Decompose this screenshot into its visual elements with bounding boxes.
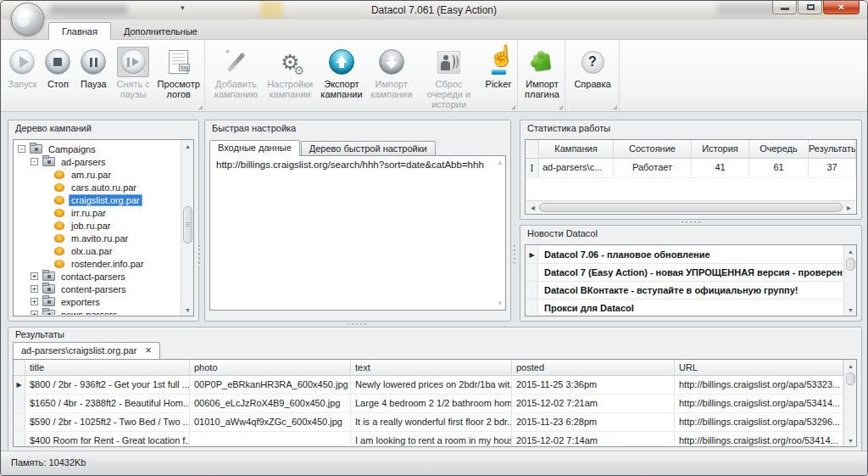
- scroll-up-icon[interactable]: [844, 360, 857, 372]
- horizontal-splitter[interactable]: [674, 220, 708, 225]
- tree-expander[interactable]: +: [31, 311, 38, 315]
- toolbar-button-resume[interactable]: Снять с паузы: [112, 44, 155, 110]
- tree-item-parser-selected[interactable]: craigslist.org.par: [14, 193, 180, 206]
- quick-access-dropdown-icon[interactable]: [181, 3, 185, 12]
- tree-item-parser[interactable]: irr.ru.par: [14, 206, 180, 219]
- tree-expander[interactable]: -: [18, 145, 25, 153]
- column-header[interactable]: URL: [675, 360, 843, 375]
- news-scrollbar[interactable]: [843, 245, 856, 316]
- tab-quick-setup-tree[interactable]: Дерево быстрой настройки: [301, 141, 436, 156]
- tree-expander[interactable]: -: [31, 158, 38, 165]
- column-header[interactable]: posted: [512, 360, 675, 375]
- column-header[interactable]: Результаты: [809, 140, 856, 158]
- toolbar-button-import-plugin[interactable]: Импорт плагина: [521, 44, 563, 110]
- column-header[interactable]: title: [25, 360, 190, 375]
- result-row[interactable]: $400 Room for Rent - Great location f...…: [14, 432, 843, 447]
- app-menu-globe-icon[interactable]: [11, 3, 44, 36]
- tree-item-content-parsers[interactable]: + content-parsers: [14, 283, 180, 295]
- tree-item-parser[interactable]: am.ru.par: [14, 168, 180, 181]
- scrollbar-thumb[interactable]: [846, 372, 855, 385]
- scroll-down-icon[interactable]: [844, 304, 857, 316]
- news-item[interactable]: ▶ Datacol 7.06 - плановое обновление: [526, 246, 843, 264]
- minimize-button[interactable]: [772, 1, 797, 14]
- tree-item-parser[interactable]: rostender.info.par: [14, 257, 180, 270]
- result-row[interactable]: $590 / 2br - 1025ft2 - Two Bed / Two ...…: [14, 413, 843, 432]
- column-header[interactable]: photo: [190, 360, 351, 375]
- results-tab[interactable]: ad-parsers\craigslist.org.par: [13, 342, 160, 359]
- tree-item-news-parsers[interactable]: + news-parsers: [14, 308, 180, 315]
- toolbar-button-help[interactable]: Справка: [569, 44, 616, 110]
- tree-item-ad-parsers[interactable]: - ad-parsers: [14, 155, 180, 168]
- statistics-hscrollbar[interactable]: [526, 200, 855, 213]
- resume-icon: [120, 49, 146, 75]
- tree-expander[interactable]: +: [31, 272, 38, 280]
- input-data-box: http://billings.craigslist.org/search/hh…: [209, 155, 506, 311]
- column-header[interactable]: Состояние: [614, 140, 692, 158]
- scroll-left-icon[interactable]: [526, 201, 539, 213]
- toolbar-button-view-logs[interactable]: Просмотр логов: [154, 44, 203, 110]
- column-header[interactable]: Кампания: [539, 140, 614, 158]
- result-row[interactable]: $1650 / 4br - 2388ft2 - Beautiful Hom...…: [14, 395, 843, 413]
- puzzle-plugin-icon: [533, 53, 551, 70]
- horizontal-splitter[interactable]: [340, 322, 374, 327]
- tree-item-exporters[interactable]: + exporters: [14, 295, 180, 308]
- toolbar-button-start[interactable]: Запуск: [4, 44, 41, 110]
- titlebar[interactable]: Datacol 7.061 (Easy Action): [1, 1, 867, 20]
- scroll-up-icon[interactable]: [497, 159, 504, 166]
- toolbar-button-campaign-settings[interactable]: Настройки кампании: [264, 44, 317, 110]
- scroll-up-icon[interactable]: [844, 245, 857, 257]
- scroll-down-icon[interactable]: [181, 304, 194, 316]
- toolbar-button-reset-queue[interactable]: Сброс очереди и истории: [416, 44, 481, 110]
- tab-input-data[interactable]: Входные данные: [209, 140, 300, 156]
- maximize-button[interactable]: [798, 1, 822, 14]
- tree-scrollbar[interactable]: [181, 140, 193, 316]
- scroll-up-icon[interactable]: [181, 140, 194, 152]
- tree-expander[interactable]: +: [31, 285, 38, 293]
- tree-item-contact-parsers[interactable]: + contact-parsers: [14, 270, 180, 283]
- news-item[interactable]: Datacol ВКонтакте - вступайте в официаль…: [526, 282, 843, 300]
- result-row[interactable]: ▶ $800 / 2br - 936ft2 - Get your 1st ful…: [14, 376, 843, 395]
- toolbar-button-add-campaign[interactable]: Добавить кампанию: [209, 44, 264, 110]
- tab-main[interactable]: Главная: [48, 22, 111, 40]
- toolbar-button-import-campaign[interactable]: Импорт кампании: [366, 44, 416, 110]
- tree-item-parser[interactable]: m.avito.ru.par: [14, 232, 180, 244]
- results-scrollbar[interactable]: [843, 360, 856, 446]
- tree-item-campaigns[interactable]: - Campaigns: [14, 143, 180, 155]
- toolbar-button-stop[interactable]: Стоп: [41, 44, 75, 110]
- tree-item-parser[interactable]: job.ru.par: [14, 219, 180, 232]
- row-marker-header: [526, 140, 539, 158]
- tree-item-parser[interactable]: cars.auto.ru.par: [14, 181, 180, 193]
- scroll-right-icon[interactable]: [843, 201, 855, 213]
- scroll-down-icon[interactable]: [497, 300, 504, 307]
- panel-title: Новости Datacol: [520, 226, 861, 242]
- toolbar-button-pause[interactable]: Пауза: [75, 44, 112, 110]
- question-mark-icon: [581, 51, 604, 74]
- news-item[interactable]: Прокси для Datacol: [526, 300, 843, 315]
- statistics-row[interactable]: I ad-parsers\c... Работает 41 61 37: [526, 159, 856, 178]
- tree-expander[interactable]: +: [31, 298, 38, 305]
- panel-title: Результаты: [8, 328, 861, 339]
- toolbar-button-picker[interactable]: Picker: [481, 44, 515, 110]
- vertical-splitter[interactable]: [197, 238, 202, 272]
- close-button[interactable]: [823, 1, 860, 14]
- tab-additional[interactable]: Дополнительные: [111, 23, 210, 39]
- scroll-down-icon[interactable]: [844, 434, 857, 446]
- stop-icon: [45, 49, 70, 75]
- tree-item-parser[interactable]: olx.ua.par: [14, 244, 180, 257]
- group-corner: [613, 105, 617, 109]
- toolbar-button-export-campaign[interactable]: Экспорт кампании: [317, 44, 367, 110]
- input-urls-textarea[interactable]: http://billings.craigslist.org/search/hh…: [210, 156, 505, 310]
- column-header[interactable]: text: [351, 360, 512, 375]
- scrollbar-thumb[interactable]: [539, 203, 843, 212]
- column-header[interactable]: История: [692, 140, 749, 158]
- picker-hand-icon: [486, 48, 511, 76]
- news-item[interactable]: Datacol 7 (Easy Action) - новая УПРОЩЕНН…: [526, 264, 843, 282]
- play-icon: [9, 49, 35, 75]
- row-marker: [526, 264, 538, 281]
- scrollbar-thumb[interactable]: [183, 206, 192, 244]
- spider-icon: [54, 221, 64, 230]
- vertical-splitter[interactable]: [512, 238, 517, 272]
- close-tab-icon[interactable]: [145, 346, 152, 355]
- scrollbar-thumb[interactable]: [846, 258, 855, 271]
- column-header[interactable]: Очередь: [749, 140, 809, 158]
